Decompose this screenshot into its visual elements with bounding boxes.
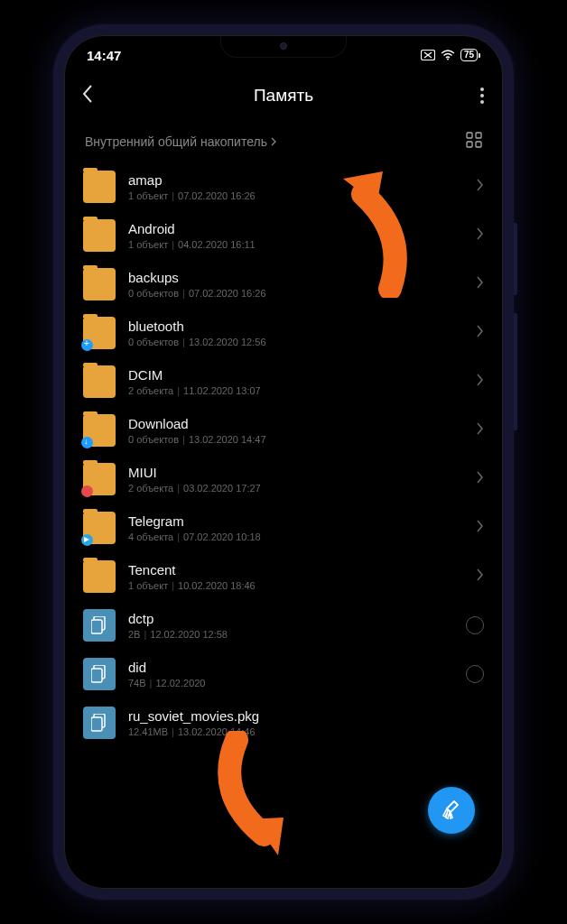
annotation-arrow-bottom [209, 731, 318, 857]
list-item[interactable]: Tencent1 объект|10.02.2020 18:46 [83, 552, 484, 601]
svg-rect-4 [467, 142, 472, 147]
back-button[interactable] [81, 84, 103, 107]
list-item[interactable]: Telegram4 объекта|07.02.2020 10:18 [83, 504, 484, 552]
breadcrumb[interactable]: Внутренний общий накопитель [85, 134, 277, 149]
item-name: amap [128, 172, 477, 188]
item-name: dctp [128, 611, 466, 626]
item-text: dctp2B|12.02.2020 12:58 [128, 611, 466, 640]
item-meta: 1 объект|07.02.2020 16:26 [128, 190, 477, 201]
broom-icon [440, 799, 463, 822]
file-icon [83, 658, 116, 690]
folder-icon [83, 560, 116, 593]
chevron-right-icon [477, 227, 484, 244]
svg-rect-7 [91, 620, 102, 633]
chevron-right-icon [477, 471, 484, 487]
svg-rect-5 [476, 142, 481, 147]
select-radio[interactable] [466, 665, 484, 683]
item-name: Telegram [128, 513, 477, 529]
folder-icon [83, 512, 116, 544]
chevron-right-icon [477, 374, 484, 390]
screen: 14:47 75 Память Внутренний общий накопит [64, 35, 503, 889]
item-meta: 1 объект|10.02.2020 18:46 [128, 580, 477, 591]
chevron-right-icon [477, 325, 484, 341]
folder-icon [83, 317, 116, 349]
select-radio[interactable] [466, 616, 484, 634]
file-icon [83, 707, 116, 739]
breadcrumb-row: Внутренний общий накопитель [65, 117, 502, 162]
item-name: Download [128, 416, 477, 431]
item-text: ru_soviet_movies.pkg12.41MB|13.02.2020 1… [128, 708, 484, 737]
item-name: ru_soviet_movies.pkg [128, 708, 484, 724]
item-meta: 0 объектов|13.02.2020 14:47 [128, 434, 477, 445]
item-meta: 4 объекта|07.02.2020 10:18 [128, 531, 477, 542]
list-item[interactable]: DCIM2 объекта|11.02.2020 13:07 [83, 357, 484, 406]
list-item[interactable]: dctp2B|12.02.2020 12:58 [83, 601, 484, 650]
item-name: Tencent [128, 562, 477, 578]
folder-badge [81, 437, 93, 448]
svg-rect-2 [467, 133, 472, 138]
item-meta: 12.41MB|13.02.2020 14:46 [128, 726, 484, 737]
item-name: bluetooth [128, 319, 477, 334]
no-sim-icon [421, 50, 435, 60]
folder-icon [83, 219, 116, 252]
app-header: Память [65, 74, 502, 117]
item-name: Android [128, 221, 477, 236]
breadcrumb-text: Внутренний общий накопитель [85, 134, 267, 149]
more-menu-button[interactable] [480, 88, 484, 104]
list-item[interactable]: bluetooth0 объектов|13.02.2020 12:56 [83, 309, 484, 357]
svg-rect-9 [91, 669, 102, 682]
file-icon [83, 609, 116, 642]
chevron-right-icon [477, 179, 484, 195]
clean-fab[interactable] [428, 787, 475, 834]
svg-rect-11 [91, 717, 102, 731]
item-meta: 0 объектов|13.02.2020 12:56 [128, 337, 477, 347]
folder-badge [81, 339, 93, 351]
list-item[interactable]: amap1 объект|07.02.2020 16:26 [83, 162, 484, 211]
chevron-right-icon [271, 137, 277, 146]
folder-icon [83, 463, 116, 495]
status-time: 14:47 [87, 48, 121, 63]
battery-icon: 75 [460, 49, 480, 61]
item-text: DCIM2 объекта|11.02.2020 13:07 [128, 367, 477, 396]
item-text: backups0 объектов|07.02.2020 16:26 [128, 270, 477, 299]
item-text: Tencent1 объект|10.02.2020 18:46 [128, 562, 477, 591]
item-meta: 2 объекта|11.02.2020 13:07 [128, 385, 477, 396]
item-name: backups [128, 270, 477, 285]
item-name: did [128, 660, 466, 675]
status-icons: 75 [421, 49, 480, 61]
item-meta: 2B|12.02.2020 12:58 [128, 629, 466, 640]
list-item[interactable]: Android1 объект|04.02.2020 16:11 [83, 211, 484, 260]
folder-badge [81, 485, 93, 497]
phone-frame: 14:47 75 Память Внутренний общий накопит [53, 24, 514, 900]
wifi-icon [441, 50, 455, 60]
list-item[interactable]: backups0 объектов|07.02.2020 16:26 [83, 260, 484, 309]
folder-icon [83, 365, 116, 398]
page-title: Память [254, 86, 313, 106]
svg-point-1 [447, 59, 449, 60]
item-text: Android1 объект|04.02.2020 16:11 [128, 221, 477, 250]
list-item[interactable]: did74B|12.02.2020 [83, 650, 484, 698]
item-text: Download0 объектов|13.02.2020 14:47 [128, 416, 477, 445]
notch [220, 36, 347, 58]
item-text: MIUI2 объекта|03.02.2020 17:27 [128, 465, 477, 494]
folder-icon [83, 171, 116, 203]
item-meta: 74B|12.02.2020 [128, 678, 466, 688]
svg-rect-3 [476, 133, 481, 138]
item-text: amap1 объект|07.02.2020 16:26 [128, 172, 477, 201]
chevron-right-icon [477, 568, 484, 585]
file-list: amap1 объект|07.02.2020 16:26Android1 об… [65, 162, 502, 747]
item-text: Telegram4 объекта|07.02.2020 10:18 [128, 513, 477, 542]
list-item[interactable]: MIUI2 объекта|03.02.2020 17:27 [83, 455, 484, 504]
item-meta: 2 объекта|03.02.2020 17:27 [128, 483, 477, 494]
folder-icon [83, 414, 116, 447]
item-name: MIUI [128, 465, 477, 480]
folder-icon [83, 268, 116, 300]
chevron-right-icon [477, 276, 484, 292]
list-item[interactable]: ru_soviet_movies.pkg12.41MB|13.02.2020 1… [83, 698, 484, 747]
item-meta: 0 объектов|07.02.2020 16:26 [128, 288, 477, 299]
chevron-right-icon [477, 422, 484, 439]
grid-view-button[interactable] [466, 132, 482, 152]
item-text: bluetooth0 объектов|13.02.2020 12:56 [128, 319, 477, 347]
list-item[interactable]: Download0 объектов|13.02.2020 14:47 [83, 406, 484, 455]
chevron-right-icon [477, 520, 484, 536]
